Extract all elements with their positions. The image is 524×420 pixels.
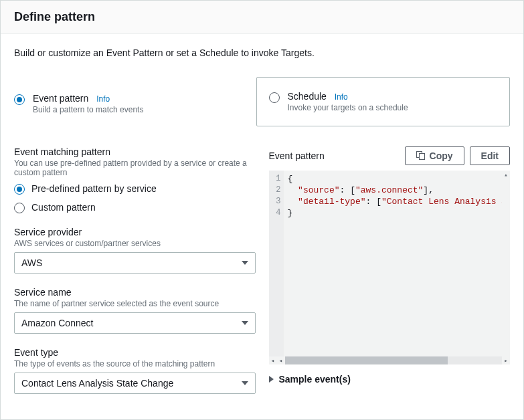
copy-button[interactable]: Copy <box>405 146 464 165</box>
left-column: Event matching pattern You can use pre-d… <box>14 146 256 394</box>
tile-schedule[interactable]: Schedule Info Invoke your targets on a s… <box>256 77 511 126</box>
field-desc: You can use pre-defined pattern provided… <box>14 159 256 177</box>
event-type-group: Event type The type of events as the sou… <box>14 347 256 394</box>
chevron-down-icon <box>242 321 248 325</box>
scroll-thumb[interactable] <box>285 356 448 364</box>
tile-text: Event pattern Info Build a pattern to ma… <box>33 93 143 114</box>
info-link[interactable]: Info <box>335 92 348 102</box>
chevron-down-icon <box>242 381 248 385</box>
radio-predefined[interactable]: Pre-defined pattern by service <box>14 183 256 195</box>
scroll-up-icon[interactable]: ▴ <box>502 171 510 179</box>
panel-body: Build or customize an Event Pattern or s… <box>1 34 523 407</box>
field-desc: AWS services or custom/partner services <box>14 239 256 248</box>
radio-icon <box>14 203 25 213</box>
field-desc: The name of partner service selected as … <box>14 299 256 308</box>
tile-event-pattern[interactable]: Event pattern Info Build a pattern to ma… <box>14 77 243 114</box>
scroll-left-icon-inner[interactable]: ◂ <box>277 356 285 364</box>
field-label: Event type <box>14 347 256 358</box>
radio-label: Custom pattern <box>31 202 96 213</box>
matching-pattern-group: Event matching pattern You can use pre-d… <box>14 146 256 213</box>
service-select[interactable]: Amazon Connect <box>14 312 256 334</box>
field-label: Service provider <box>14 227 256 237</box>
event-pattern-heading: Event pattern <box>269 150 325 161</box>
event-type-select[interactable]: Contact Lens Analysis State Change <box>14 373 256 394</box>
tile-desc: Build a pattern to match events <box>33 105 143 114</box>
edit-label: Edit <box>481 150 499 161</box>
caret-right-icon <box>269 376 274 383</box>
tile-desc: Invoke your targets on a schedule <box>288 103 408 112</box>
provider-select[interactable]: AWS <box>14 252 256 274</box>
tile-label: Schedule <box>288 91 327 102</box>
code-gutter: 1234 <box>269 171 284 364</box>
field-label: Service name <box>14 287 256 298</box>
code-content: { "source": ["aws.connect"], "detail-typ… <box>284 171 511 219</box>
copy-icon <box>416 151 426 161</box>
chevron-down-icon <box>242 261 248 265</box>
scroll-right-icon[interactable]: ▸ <box>502 356 510 364</box>
select-value: AWS <box>21 257 42 268</box>
pattern-type-tiles: Event pattern Info Build a pattern to ma… <box>14 77 510 126</box>
horizontal-scrollbar[interactable]: ◂ ◂ ▸ <box>269 356 511 364</box>
select-value: Amazon Connect <box>21 318 93 328</box>
provider-group: Service provider AWS services or custom/… <box>14 227 256 274</box>
radio-icon <box>269 92 280 103</box>
radio-icon <box>14 94 25 105</box>
vertical-scrollbar[interactable]: ▴ <box>502 171 510 356</box>
edit-button[interactable]: Edit <box>470 146 510 165</box>
scroll-left-icon[interactable]: ◂ <box>269 356 277 364</box>
field-label: Event matching pattern <box>14 146 256 157</box>
radio-custom[interactable]: Custom pattern <box>14 201 256 213</box>
code-editor[interactable]: 1234 { "source": ["aws.connect"], "detai… <box>269 171 511 364</box>
columns: Event matching pattern You can use pre-d… <box>14 146 510 394</box>
matching-radio-list: Pre-defined pattern by service Custom pa… <box>14 183 256 213</box>
event-pattern-header: Event pattern Copy Edit <box>269 146 511 165</box>
service-group: Service name The name of partner service… <box>14 287 256 334</box>
radio-icon <box>14 184 25 195</box>
scroll-track[interactable] <box>285 356 503 364</box>
event-pattern-buttons: Copy Edit <box>405 146 510 165</box>
sample-events-label: Sample event(s) <box>279 374 351 385</box>
panel-header: Define pattern <box>1 1 523 34</box>
select-value: Contact Lens Analysis State Change <box>21 378 173 389</box>
sample-events-expander[interactable]: Sample event(s) <box>269 374 511 385</box>
copy-label: Copy <box>430 150 453 161</box>
radio-label: Pre-defined pattern by service <box>31 183 157 194</box>
intro-text: Build or customize an Event Pattern or s… <box>14 47 510 58</box>
field-desc: The type of events as the source of the … <box>14 359 256 369</box>
tile-text: Schedule Info Invoke your targets on a s… <box>288 91 408 112</box>
right-column: Event pattern Copy Edit <box>269 146 511 394</box>
define-pattern-panel: Define pattern Build or customize an Eve… <box>0 0 524 420</box>
tile-label: Event pattern <box>33 93 88 104</box>
info-link[interactable]: Info <box>96 94 110 104</box>
panel-title: Define pattern <box>14 10 510 24</box>
